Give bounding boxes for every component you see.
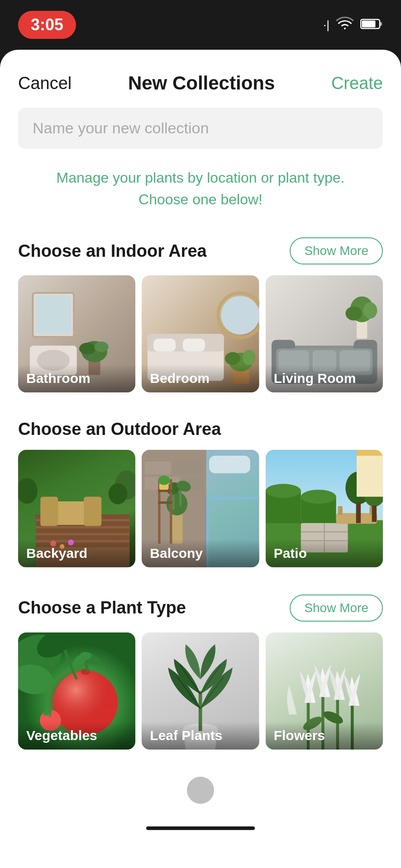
svg-rect-44 (40, 497, 58, 526)
bedroom-item[interactable]: Bedroom (142, 275, 259, 392)
svg-rect-45 (84, 497, 101, 526)
svg-rect-67 (170, 479, 172, 544)
home-bar (146, 826, 255, 830)
plant-type-grid: Vegetables (0, 632, 401, 768)
svg-point-12 (95, 342, 109, 352)
time-display: 3:05 (18, 11, 76, 39)
svg-rect-17 (183, 339, 205, 352)
outdoor-section-header: Choose an Outdoor Area (0, 410, 401, 450)
svg-point-96 (81, 669, 91, 675)
flowers-item[interactable]: Flowers (266, 632, 383, 750)
svg-rect-69 (158, 501, 172, 504)
bedroom-label: Bedroom (142, 364, 259, 392)
svg-point-77 (266, 484, 301, 498)
indoor-show-more-button[interactable]: Show More (290, 237, 383, 264)
plant-type-section-header: Choose a Plant Type Show More (0, 585, 401, 632)
backyard-item[interactable]: Backyard (18, 450, 135, 567)
leaf-plants-item[interactable]: Leaf Plants (142, 632, 259, 750)
status-icons: ·| (323, 17, 383, 33)
svg-point-79 (301, 490, 336, 504)
svg-rect-64 (179, 490, 181, 506)
bottom-area (0, 768, 401, 817)
patio-item[interactable]: Patio (266, 450, 383, 567)
svg-rect-68 (158, 490, 172, 492)
svg-rect-90 (372, 506, 376, 522)
svg-rect-40 (36, 528, 129, 533)
plant-type-show-more-button[interactable]: Show More (290, 594, 383, 622)
collection-name-input[interactable] (18, 108, 383, 149)
indoor-grid: Bathroom (0, 275, 401, 410)
nav-header: Cancel New Collections Create (0, 50, 401, 108)
svg-rect-54 (145, 462, 171, 475)
svg-rect-92 (357, 450, 383, 456)
indoor-section-header: Choose an Indoor Area Show More (0, 228, 401, 275)
svg-rect-8 (36, 296, 71, 334)
outdoor-section-title: Choose an Outdoor Area (18, 420, 221, 439)
svg-point-35 (363, 302, 377, 319)
svg-point-71 (158, 476, 170, 485)
svg-rect-16 (153, 339, 176, 352)
bathroom-item[interactable]: Bathroom (18, 275, 135, 392)
svg-point-21 (243, 350, 256, 365)
indoor-section-title: Choose an Indoor Area (18, 241, 207, 261)
svg-rect-73 (209, 456, 250, 473)
home-indicator-area (0, 817, 401, 835)
living-room-label: Living Room (266, 364, 383, 392)
svg-rect-2 (362, 21, 376, 28)
main-card: Cancel New Collections Create Manage you… (0, 50, 401, 868)
description-text: Manage your plants by location or plant … (0, 162, 401, 228)
search-container (0, 108, 401, 162)
svg-rect-88 (356, 503, 360, 523)
patio-label: Patio (266, 539, 383, 567)
svg-rect-55 (173, 462, 203, 475)
bathroom-label: Bathroom (18, 364, 135, 392)
svg-point-34 (345, 307, 362, 321)
svg-rect-1 (380, 22, 382, 26)
vegetables-item[interactable]: Vegetables (18, 632, 135, 750)
balcony-label: Balcony (142, 539, 259, 567)
page-title: New Collections (128, 72, 275, 94)
svg-point-48 (109, 483, 127, 505)
scroll-indicator (187, 777, 214, 804)
outdoor-grid: Backyard (0, 450, 401, 585)
svg-point-11 (79, 343, 95, 354)
wifi-icon (336, 17, 354, 33)
leaf-plants-label: Leaf Plants (142, 722, 259, 750)
battery-icon (360, 18, 383, 32)
balcony-item[interactable]: Balcony (142, 450, 259, 567)
signal-icon: ·| (323, 18, 329, 32)
svg-point-61 (167, 492, 188, 516)
create-button[interactable]: Create (331, 74, 383, 93)
svg-point-20 (225, 352, 240, 365)
plant-type-section-title: Choose a Plant Type (18, 598, 186, 618)
status-bar: 3:05 ·| (0, 0, 401, 50)
living-room-item[interactable]: Living Room (266, 275, 383, 392)
svg-rect-85 (338, 506, 342, 515)
svg-point-100 (80, 651, 91, 660)
svg-point-23 (221, 296, 259, 335)
backyard-label: Backyard (18, 539, 135, 567)
svg-rect-91 (357, 450, 383, 497)
flowers-label: Flowers (266, 722, 383, 750)
cancel-button[interactable]: Cancel (18, 74, 72, 93)
vegetables-label: Vegetables (18, 722, 135, 750)
